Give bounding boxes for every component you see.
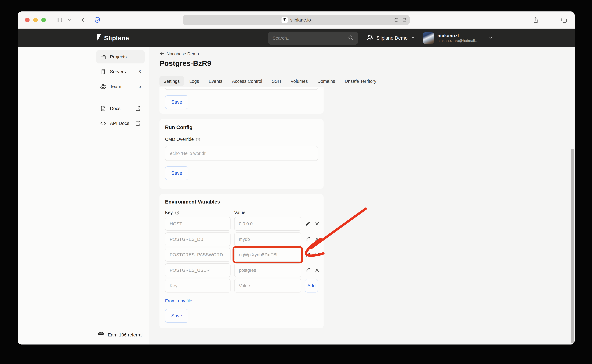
search-icon — [348, 35, 353, 41]
sidebar-item-label: Projects — [110, 54, 127, 59]
save-button[interactable]: Save — [165, 309, 189, 323]
workspace-selector[interactable]: Sliplane Demo — [367, 34, 415, 42]
sliplane-logo[interactable]: Sliplane — [96, 34, 129, 42]
reader-icon[interactable] — [402, 18, 407, 22]
main-content: Nocobase Demo Postgres-BzR9 SettingsLogs… — [159, 47, 493, 344]
server-icon — [100, 69, 106, 75]
env-variables-card: Environment Variables Key Value — [159, 194, 324, 328]
brand-name: Sliplane — [104, 34, 129, 42]
breadcrumb[interactable]: Nocobase Demo — [159, 51, 493, 57]
close-window-button[interactable] — [25, 18, 30, 22]
save-button[interactable]: Save — [165, 95, 189, 109]
browser-window: sliplane.io — [18, 12, 575, 344]
tab[interactable]: Access Control — [228, 76, 266, 86]
share-icon[interactable] — [533, 17, 539, 23]
tab[interactable]: Events — [205, 76, 227, 86]
sidebar-item-badge: 5 — [138, 84, 141, 89]
site-favicon — [282, 17, 288, 23]
sidebar-item-label: Servers — [110, 69, 126, 74]
tab[interactable]: Volumes — [286, 76, 312, 86]
env-variable-row — [165, 217, 318, 231]
sidebar-item[interactable]: Servers 3 — [96, 65, 145, 78]
env-key-input[interactable] — [165, 263, 230, 277]
env-key-input[interactable] — [165, 217, 230, 231]
sidebar-item[interactable]: Projects — [96, 50, 145, 64]
card-title: Run Config — [165, 124, 318, 130]
cmd-override-label: CMD Override — [165, 137, 194, 142]
chevron-down-icon — [411, 35, 415, 41]
env-value-input[interactable] — [234, 248, 301, 261]
sidebar-link-label: Docs — [110, 106, 120, 111]
env-file-link[interactable]: From .env file — [165, 298, 192, 304]
search-input[interactable]: Search... — [268, 32, 358, 45]
edit-icon[interactable] — [305, 268, 310, 273]
gift-icon — [98, 331, 104, 339]
shield-check-icon[interactable] — [94, 17, 101, 23]
external-link-icon — [135, 121, 141, 126]
sidebar-divider — [96, 325, 145, 325]
new-tab-icon[interactable] — [547, 17, 553, 23]
env-variable-row — [165, 233, 318, 246]
arrow-left-icon — [159, 51, 164, 57]
env-key-input[interactable] — [165, 233, 230, 246]
tabs-icon[interactable] — [561, 17, 567, 23]
edit-icon[interactable] — [305, 252, 310, 257]
referral-link[interactable]: Earn 10€ referral — [96, 329, 145, 340]
address-bar[interactable]: sliplane.io — [183, 15, 410, 25]
value-column-label: Value — [234, 210, 245, 215]
env-key-input[interactable] — [165, 248, 230, 261]
chevron-down-icon — [488, 35, 493, 41]
back-icon[interactable] — [80, 17, 86, 23]
user-name: atakanozt — [438, 33, 479, 38]
delete-icon[interactable] — [315, 268, 319, 273]
doc-icon — [100, 105, 106, 112]
delete-icon[interactable] — [315, 237, 319, 242]
sidebar-item[interactable]: Team 5 — [96, 80, 145, 93]
folder-icon — [100, 54, 106, 60]
new-key-input[interactable] — [165, 279, 230, 292]
team-icon — [100, 83, 106, 90]
delete-icon[interactable] — [315, 252, 319, 257]
sidebar-nav: Projects Servers 3 Team 5 — [96, 47, 145, 344]
edit-icon[interactable] — [305, 221, 310, 226]
env-variable-row — [165, 248, 318, 261]
edit-icon[interactable] — [305, 237, 310, 242]
tab-bar: SettingsLogsEventsAccess ControlSSHVolum… — [159, 76, 493, 87]
reload-icon[interactable] — [394, 18, 399, 22]
new-value-input[interactable] — [234, 279, 301, 292]
url-text: sliplane.io — [290, 17, 311, 23]
referral-label: Earn 10€ referral — [108, 332, 143, 338]
minimize-window-button[interactable] — [33, 18, 38, 22]
user-menu[interactable]: atakanozt atakanoztara@hotmail… — [423, 32, 493, 44]
sidebar-link-label: API Docs — [110, 121, 129, 126]
scrollbar-thumb[interactable] — [571, 149, 574, 343]
env-new-row: Add — [165, 279, 318, 292]
user-email: atakanoztara@hotmail… — [438, 38, 479, 43]
cmd-override-input[interactable] — [165, 146, 318, 161]
tab[interactable]: Logs — [185, 76, 203, 86]
avatar — [423, 32, 434, 44]
env-value-input[interactable] — [234, 263, 301, 277]
tab[interactable]: Domains — [313, 76, 339, 86]
add-button[interactable]: Add — [305, 279, 318, 292]
save-button[interactable]: Save — [165, 166, 189, 180]
clipped-input[interactable] — [165, 87, 318, 90]
card-title: Environment Variables — [165, 199, 318, 205]
env-variable-row — [165, 263, 318, 277]
sliplane-flag-icon — [96, 34, 102, 42]
app-header: Sliplane Search... Sliplane Demo — [18, 29, 575, 47]
sidebar-chevron-icon[interactable] — [67, 18, 71, 22]
sidebar-link[interactable]: API Docs — [96, 117, 145, 130]
tab[interactable]: SSH — [268, 76, 285, 86]
help-circle-icon[interactable] — [196, 137, 200, 142]
sidebar-link[interactable]: Docs — [96, 102, 145, 115]
tab[interactable]: Unsafe Territory — [341, 76, 380, 86]
external-link-icon — [135, 106, 141, 111]
help-circle-icon[interactable] — [175, 210, 179, 215]
sidebar-panel-icon[interactable] — [56, 17, 63, 23]
env-value-input[interactable] — [234, 233, 301, 246]
env-value-input[interactable] — [234, 217, 301, 231]
zoom-window-button[interactable] — [41, 18, 46, 22]
tab[interactable]: Settings — [159, 76, 184, 86]
delete-icon[interactable] — [315, 221, 319, 226]
